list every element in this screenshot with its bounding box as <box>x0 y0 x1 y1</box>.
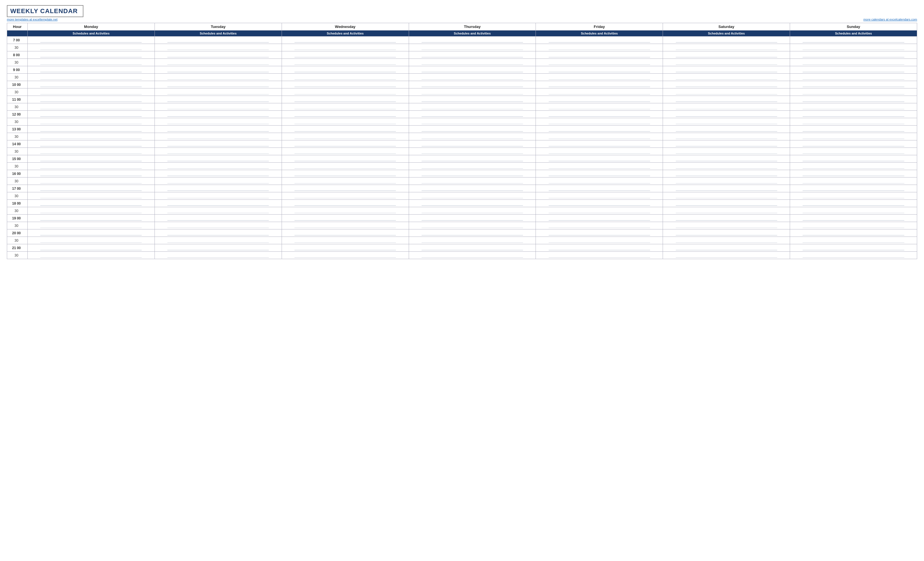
time-cell[interactable] <box>409 170 536 178</box>
time-cell[interactable] <box>536 237 663 244</box>
time-cell[interactable] <box>409 185 536 192</box>
time-cell[interactable] <box>409 207 536 215</box>
time-cell[interactable] <box>154 155 282 163</box>
time-cell[interactable] <box>790 170 917 178</box>
link-left[interactable]: more templates at exceltemplate.net <box>7 18 57 21</box>
time-cell[interactable] <box>154 192 282 200</box>
time-cell[interactable] <box>154 229 282 237</box>
time-cell[interactable] <box>409 155 536 163</box>
time-cell[interactable] <box>154 133 282 141</box>
time-cell[interactable] <box>536 133 663 141</box>
time-cell[interactable] <box>790 59 917 66</box>
time-cell[interactable] <box>409 103 536 111</box>
time-cell[interactable] <box>282 66 409 73</box>
time-cell[interactable] <box>282 51 409 59</box>
time-cell[interactable] <box>663 126 790 133</box>
time-cell[interactable] <box>282 252 409 259</box>
time-cell[interactable] <box>536 66 663 73</box>
time-cell[interactable] <box>282 163 409 170</box>
time-cell[interactable] <box>28 192 155 200</box>
time-cell[interactable] <box>409 229 536 237</box>
time-cell[interactable] <box>409 141 536 148</box>
time-cell[interactable] <box>790 192 917 200</box>
time-cell[interactable] <box>409 200 536 207</box>
time-cell[interactable] <box>409 163 536 170</box>
time-cell[interactable] <box>409 66 536 73</box>
time-cell[interactable] <box>28 207 155 215</box>
time-cell[interactable] <box>28 111 155 118</box>
time-cell[interactable] <box>282 36 409 44</box>
time-cell[interactable] <box>536 111 663 118</box>
time-cell[interactable] <box>28 155 155 163</box>
time-cell[interactable] <box>663 192 790 200</box>
time-cell[interactable] <box>28 163 155 170</box>
time-cell[interactable] <box>536 118 663 126</box>
time-cell[interactable] <box>663 111 790 118</box>
time-cell[interactable] <box>536 252 663 259</box>
time-cell[interactable] <box>663 118 790 126</box>
time-cell[interactable] <box>536 207 663 215</box>
time-cell[interactable] <box>282 148 409 155</box>
time-cell[interactable] <box>282 192 409 200</box>
time-cell[interactable] <box>154 81 282 88</box>
time-cell[interactable] <box>28 88 155 96</box>
time-cell[interactable] <box>790 111 917 118</box>
time-cell[interactable] <box>663 215 790 222</box>
time-cell[interactable] <box>663 59 790 66</box>
time-cell[interactable] <box>536 155 663 163</box>
time-cell[interactable] <box>154 36 282 44</box>
time-cell[interactable] <box>282 237 409 244</box>
time-cell[interactable] <box>409 133 536 141</box>
time-cell[interactable] <box>790 207 917 215</box>
time-cell[interactable] <box>663 36 790 44</box>
time-cell[interactable] <box>536 229 663 237</box>
time-cell[interactable] <box>536 88 663 96</box>
time-cell[interactable] <box>282 103 409 111</box>
time-cell[interactable] <box>663 170 790 178</box>
time-cell[interactable] <box>790 237 917 244</box>
time-cell[interactable] <box>663 141 790 148</box>
time-cell[interactable] <box>154 207 282 215</box>
time-cell[interactable] <box>790 44 917 51</box>
time-cell[interactable] <box>790 178 917 185</box>
time-cell[interactable] <box>790 81 917 88</box>
time-cell[interactable] <box>790 133 917 141</box>
time-cell[interactable] <box>154 237 282 244</box>
time-cell[interactable] <box>28 215 155 222</box>
time-cell[interactable] <box>536 96 663 103</box>
time-cell[interactable] <box>536 222 663 229</box>
time-cell[interactable] <box>409 111 536 118</box>
time-cell[interactable] <box>28 244 155 252</box>
time-cell[interactable] <box>790 229 917 237</box>
time-cell[interactable] <box>536 51 663 59</box>
time-cell[interactable] <box>282 59 409 66</box>
time-cell[interactable] <box>663 178 790 185</box>
time-cell[interactable] <box>282 111 409 118</box>
time-cell[interactable] <box>409 118 536 126</box>
time-cell[interactable] <box>790 73 917 81</box>
time-cell[interactable] <box>154 88 282 96</box>
time-cell[interactable] <box>28 185 155 192</box>
time-cell[interactable] <box>154 170 282 178</box>
time-cell[interactable] <box>28 170 155 178</box>
time-cell[interactable] <box>28 126 155 133</box>
time-cell[interactable] <box>282 244 409 252</box>
time-cell[interactable] <box>790 155 917 163</box>
time-cell[interactable] <box>282 81 409 88</box>
time-cell[interactable] <box>282 215 409 222</box>
time-cell[interactable] <box>28 141 155 148</box>
time-cell[interactable] <box>28 237 155 244</box>
time-cell[interactable] <box>154 178 282 185</box>
time-cell[interactable] <box>282 229 409 237</box>
time-cell[interactable] <box>409 81 536 88</box>
time-cell[interactable] <box>790 51 917 59</box>
time-cell[interactable] <box>154 59 282 66</box>
time-cell[interactable] <box>154 66 282 73</box>
time-cell[interactable] <box>282 155 409 163</box>
time-cell[interactable] <box>790 148 917 155</box>
time-cell[interactable] <box>536 215 663 222</box>
time-cell[interactable] <box>663 88 790 96</box>
time-cell[interactable] <box>28 44 155 51</box>
time-cell[interactable] <box>663 200 790 207</box>
time-cell[interactable] <box>154 148 282 155</box>
